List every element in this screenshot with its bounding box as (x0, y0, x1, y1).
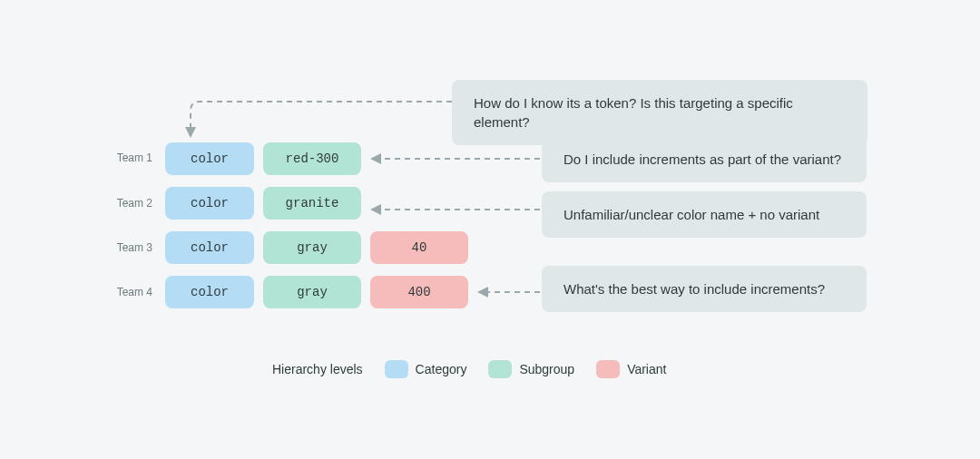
legend-swatch-category (385, 360, 408, 378)
token-category: color (165, 231, 254, 264)
token-category: color (165, 142, 254, 175)
token-variant: 400 (370, 276, 468, 308)
token-category: color (165, 187, 254, 220)
callout-variant-increments: Do I include increments as part of the v… (542, 136, 867, 182)
connector-row4-to-callout (470, 284, 544, 302)
token-subgroup: red-300 (263, 142, 361, 175)
legend-item-variant: Variant (596, 360, 666, 378)
legend-label-category: Category (416, 362, 467, 376)
callout-unclear-name: Unfamiliar/unclear color name + no varia… (542, 191, 867, 238)
team-4-label: Team 4 (98, 286, 152, 298)
legend: Hierarchy levels Category Subgroup Varia… (272, 360, 666, 378)
team-3-label: Team 3 (98, 241, 152, 254)
callout-best-increments: What's the best way to include increment… (542, 266, 867, 312)
token-variant: 40 (370, 231, 468, 264)
connector-row2-to-callout (363, 201, 544, 220)
legend-swatch-subgroup (488, 360, 512, 378)
legend-label-subgroup: Subgroup (519, 362, 574, 376)
connector-top-to-category (181, 89, 454, 145)
token-subgroup: granite (263, 187, 361, 220)
token-subgroup: gray (263, 276, 361, 308)
legend-title: Hierarchy levels (272, 362, 363, 376)
token-hierarchy-diagram: Team 1 Team 2 Team 3 Team 4 color red-30… (0, 0, 980, 459)
legend-item-subgroup: Subgroup (488, 360, 574, 378)
legend-item-category: Category (385, 360, 467, 378)
team-2-label: Team 2 (98, 197, 152, 210)
token-category: color (165, 276, 254, 308)
legend-swatch-variant (596, 360, 620, 378)
team-1-label: Team 1 (98, 151, 152, 164)
token-subgroup: gray (263, 231, 361, 264)
connector-row1-to-callout (363, 151, 544, 169)
legend-label-variant: Variant (627, 362, 666, 376)
